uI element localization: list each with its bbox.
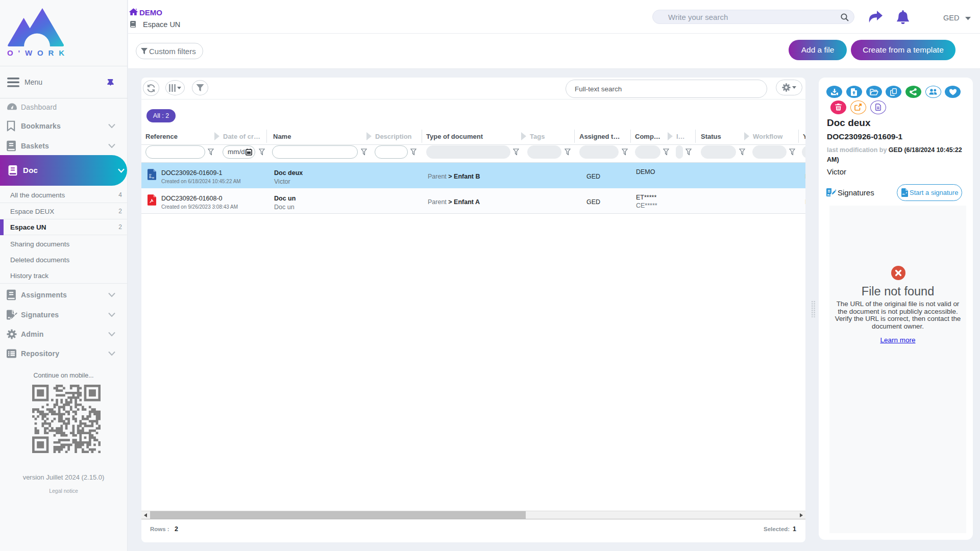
svg-text:w: w <box>152 176 155 179</box>
